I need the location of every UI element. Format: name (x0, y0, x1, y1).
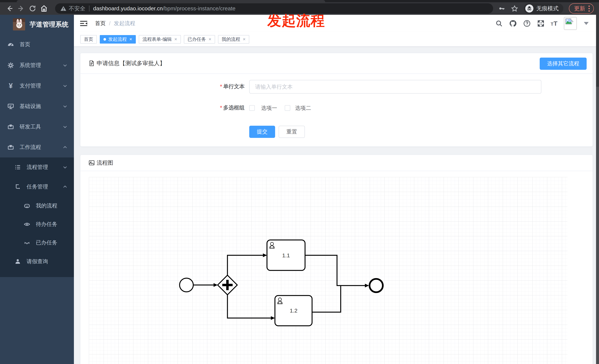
checkbox-label-1[interactable]: 选项一 (261, 104, 277, 112)
breadcrumb: 首页 / 发起流程 (95, 20, 135, 27)
sidebar-item-done-tasks[interactable]: 已办任务 (0, 234, 74, 252)
key-icon[interactable] (498, 5, 505, 12)
close-icon[interactable]: × (174, 36, 177, 42)
tag-home[interactable]: 首页 (80, 35, 97, 43)
image-icon (88, 160, 95, 166)
tag-my-processes[interactable]: 我的流程× (218, 35, 249, 43)
sidebar-item-label: 研发工具 (20, 123, 41, 130)
bpmn-canvas[interactable]: 1.1 1.2 (89, 177, 567, 364)
sidebar-item-task-management[interactable]: 任务管理 (0, 177, 74, 197)
bpmn-start-event[interactable] (180, 278, 193, 292)
github-icon[interactable] (509, 20, 517, 27)
incognito-icon (525, 4, 533, 13)
task-label: 1.2 (290, 307, 298, 313)
sidebar-item-system[interactable]: 系统管理 (0, 55, 74, 76)
sidebar-item-home[interactable]: 首页 (0, 34, 74, 55)
sidebar-item-label: 工作流程 (20, 144, 41, 151)
close-icon[interactable]: × (129, 36, 132, 42)
face-icon (23, 203, 31, 209)
search-icon[interactable] (495, 20, 503, 27)
list-tree-icon (14, 164, 21, 170)
sidebar-item-label: 已办任务 (36, 239, 57, 246)
incognito-label: 无痕模式 (536, 5, 559, 12)
sidebar-item-leave-query[interactable]: 请假查询 (0, 252, 74, 271)
sidebar-item-payment[interactable]: ¥ 支付管理 (0, 76, 74, 96)
eye-icon (23, 221, 31, 227)
sidebar-workflow-submenu: 流程管理 任务管理 我的流程 (0, 157, 74, 277)
field-label-checkbox-group: *多选框组 (160, 104, 245, 111)
reload-icon[interactable] (28, 4, 37, 13)
close-icon[interactable]: × (243, 36, 246, 42)
bpmn-user-task-1[interactable]: 1.1 (267, 240, 305, 271)
home-icon[interactable] (40, 4, 48, 13)
bpmn-parallel-gateway[interactable] (218, 275, 237, 295)
sidebar-item-label: 首页 (20, 41, 30, 48)
chevron-down-icon (62, 83, 68, 88)
app-logo (13, 18, 25, 30)
breadcrumb-home[interactable]: 首页 (95, 20, 106, 27)
submit-button[interactable]: 提交 (249, 126, 275, 138)
dashboard-icon (7, 41, 14, 48)
document-icon (88, 60, 95, 67)
scrollbar-thumb[interactable] (596, 15, 599, 87)
task-label: 1.1 (282, 252, 290, 258)
yen-icon: ¥ (7, 83, 14, 89)
star-icon[interactable] (511, 5, 518, 12)
update-label: 更新 (574, 5, 585, 12)
sidebar-item-infrastructure[interactable]: 基础设施 (0, 96, 74, 117)
sidebar: 芋道管理系统 首页 系统管理 ¥ 支付 (0, 15, 74, 364)
sidebar-menu: 首页 系统管理 ¥ 支付管理 (0, 34, 74, 277)
sidebar-item-label: 待办任务 (36, 220, 57, 228)
main-area: 首页 / 发起流程 TT (74, 15, 599, 364)
sidebar-item-process-management[interactable]: 流程管理 (0, 157, 74, 177)
sidebar-item-dev-tools[interactable]: 研发工具 (0, 117, 74, 137)
update-button[interactable]: 更新 (569, 3, 594, 14)
sidebar-item-label: 基础设施 (20, 103, 41, 110)
sidebar-item-label: 支付管理 (20, 82, 41, 90)
sidebar-item-label: 任务管理 (26, 183, 48, 190)
checkbox-option-1[interactable] (249, 105, 255, 111)
navbar: 首页 / 发起流程 TT (74, 15, 599, 32)
process-diagram-card: 流程图 (80, 155, 593, 364)
single-line-text-input[interactable] (249, 80, 541, 93)
caret-down-icon[interactable] (584, 22, 589, 25)
eye-closed-icon (23, 240, 31, 246)
tag-form-edit[interactable]: 流程表单-编辑× (139, 35, 181, 43)
person-icon (14, 258, 21, 265)
url-text[interactable]: dashboard.yudao.iocoder.cn/bpm/process-i… (93, 5, 235, 12)
tags-view: 首页 发起流程× 流程表单-编辑× 已办任务× 我的流程× (74, 32, 599, 47)
page-scrollbar[interactable] (596, 15, 599, 364)
field-label-text: *单行文本 (160, 83, 245, 90)
browser-active-tab[interactable] (17, 0, 325, 2)
sidebar-logo-row[interactable]: 芋道管理系统 (0, 15, 74, 34)
forward-icon[interactable] (17, 4, 26, 13)
reset-button[interactable]: 重置 (279, 126, 305, 138)
font-size-icon[interactable]: TT (551, 20, 558, 27)
sidebar-item-label: 系统管理 (20, 62, 41, 69)
sidebar-item-todo-tasks[interactable]: 待办任务 (0, 215, 74, 234)
checkbox-option-2[interactable] (285, 105, 290, 111)
avatar[interactable] (564, 17, 577, 30)
sidebar-item-my-processes[interactable]: 我的流程 (0, 197, 74, 215)
breadcrumb-current: 发起流程 (114, 20, 135, 27)
back-icon[interactable] (5, 4, 14, 13)
incognito-badge: 无痕模式 (524, 3, 563, 14)
close-icon[interactable]: × (209, 36, 211, 42)
checkbox-label-2[interactable]: 选项二 (295, 104, 311, 112)
bpmn-end-event[interactable] (370, 279, 383, 292)
breadcrumb-separator: / (109, 20, 110, 26)
app-title: 芋道管理系统 (30, 20, 68, 29)
help-icon[interactable] (523, 20, 531, 27)
hamburger-icon[interactable] (80, 19, 88, 27)
bpmn-user-task-2[interactable]: 1.2 (275, 296, 312, 326)
sidebar-item-workflow[interactable]: 工作流程 (0, 137, 74, 157)
select-other-process-button[interactable]: 选择其它流程 (540, 58, 587, 70)
fullscreen-icon[interactable] (537, 20, 545, 27)
security-label[interactable]: 不安全 (69, 5, 85, 12)
sidebar-item-label: 我的流程 (36, 202, 57, 210)
browser-menu-icon[interactable] (589, 6, 590, 12)
tag-start-process[interactable]: 发起流程× (100, 35, 136, 43)
tag-done-tasks[interactable]: 已办任务× (184, 35, 215, 43)
chevron-up-icon (62, 184, 68, 189)
card-title: 流程图 (97, 159, 113, 167)
